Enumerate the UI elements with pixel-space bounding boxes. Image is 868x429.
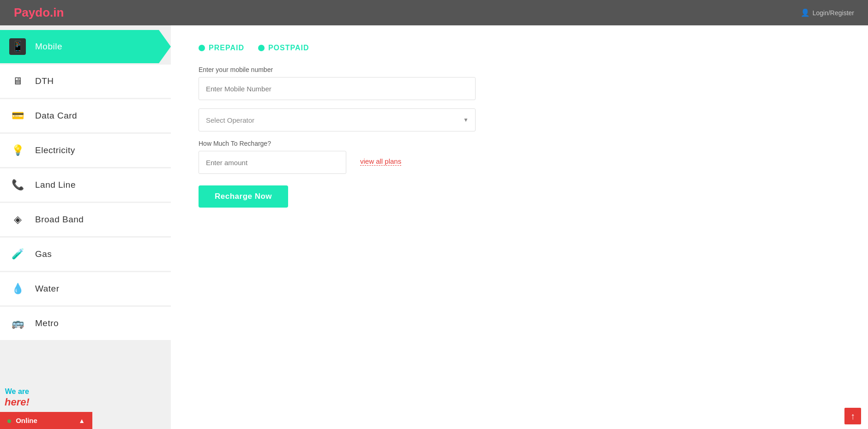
sidebar-label-electricity: Electricity	[35, 145, 75, 155]
sidebar-label-dth: DTH	[35, 76, 54, 86]
prepaid-radio	[199, 45, 205, 51]
chevron-up-icon: ▲	[78, 417, 85, 424]
tab-postpaid[interactable]: POSTPAID	[258, 44, 309, 52]
sidebar: 📱 Mobile 🖥 DTH 💳 Data Card 💡 Electricity…	[0, 25, 171, 429]
scroll-up-button[interactable]: ↑	[844, 408, 861, 424]
sidebar-label-gas: Gas	[35, 249, 52, 259]
postpaid-label: POSTPAID	[268, 44, 309, 52]
sidebar-label-metro: Metro	[35, 318, 59, 328]
tab-prepaid[interactable]: PREPAID	[199, 44, 244, 52]
view-plans-link[interactable]: view all plans	[360, 157, 401, 166]
postpaid-radio	[258, 45, 265, 51]
metro-icon: 🚌	[9, 315, 26, 332]
sidebar-item-landline[interactable]: 📞 Land Line	[0, 168, 171, 202]
tab-row: PREPAID POSTPAID	[199, 44, 840, 52]
amount-wrap	[199, 151, 346, 174]
login-register-link[interactable]: Login/Register	[813, 9, 854, 17]
header: Paydo.in 👤 Login/Register	[0, 0, 868, 25]
sidebar-label-datacard: Data Card	[35, 111, 77, 121]
sidebar-item-mobile[interactable]: 📱 Mobile	[0, 30, 171, 63]
logo[interactable]: Paydo.in	[14, 6, 64, 20]
electricity-icon: 💡	[9, 142, 26, 159]
sidebar-item-broadband[interactable]: ◈ Broad Band	[0, 203, 171, 236]
sidebar-item-water[interactable]: 💧 Water	[0, 272, 171, 305]
content-area: PREPAID POSTPAID Enter your mobile numbe…	[171, 25, 868, 429]
sidebar-item-datacard[interactable]: 💳 Data Card	[0, 99, 171, 132]
sidebar-label-broadband: Broad Band	[35, 214, 84, 225]
recharge-label: How Much To Recharge?	[199, 140, 840, 147]
online-status: Online	[7, 417, 37, 424]
prepaid-label: PREPAID	[209, 44, 244, 52]
landline-icon: 📞	[9, 177, 26, 193]
recharge-now-button[interactable]: Recharge Now	[199, 185, 288, 208]
sidebar-item-dth[interactable]: 🖥 DTH	[0, 65, 171, 98]
sidebar-label-water: Water	[35, 284, 59, 294]
sidebar-item-electricity[interactable]: 💡 Electricity	[0, 134, 171, 167]
mobile-number-label: Enter your mobile number	[199, 66, 840, 73]
gas-icon: 🧪	[9, 246, 26, 262]
weare-widget-text: We are here!	[5, 387, 30, 408]
online-dot	[7, 419, 11, 423]
broadband-icon: ◈	[9, 211, 26, 228]
operator-select[interactable]: Select OperatorAirtelVodafoneJioBSNLMTNL…	[199, 108, 476, 131]
amount-input[interactable]	[199, 151, 346, 174]
weare-widget[interactable]: We are here!	[5, 387, 30, 408]
operator-select-wrap: Select OperatorAirtelVodafoneJioBSNLMTNL…	[199, 108, 476, 131]
online-bar[interactable]: Online ▲	[0, 412, 92, 429]
sidebar-item-gas[interactable]: 🧪 Gas	[0, 238, 171, 271]
recharge-row: view all plans	[199, 151, 840, 174]
header-right: 👤 Login/Register	[801, 8, 854, 17]
main-content: 📱 Mobile 🖥 DTH 💳 Data Card 💡 Electricity…	[0, 25, 868, 429]
mobile-icon: 📱	[9, 38, 26, 55]
sidebar-label-landline: Land Line	[35, 180, 76, 190]
sidebar-label-mobile: Mobile	[35, 42, 62, 52]
user-icon: 👤	[801, 8, 810, 17]
sidebar-item-metro[interactable]: 🚌 Metro	[0, 307, 171, 340]
datacard-icon: 💳	[9, 107, 26, 124]
mobile-number-input[interactable]	[199, 77, 476, 100]
water-icon: 💧	[9, 280, 26, 297]
dth-icon: 🖥	[9, 73, 26, 89]
